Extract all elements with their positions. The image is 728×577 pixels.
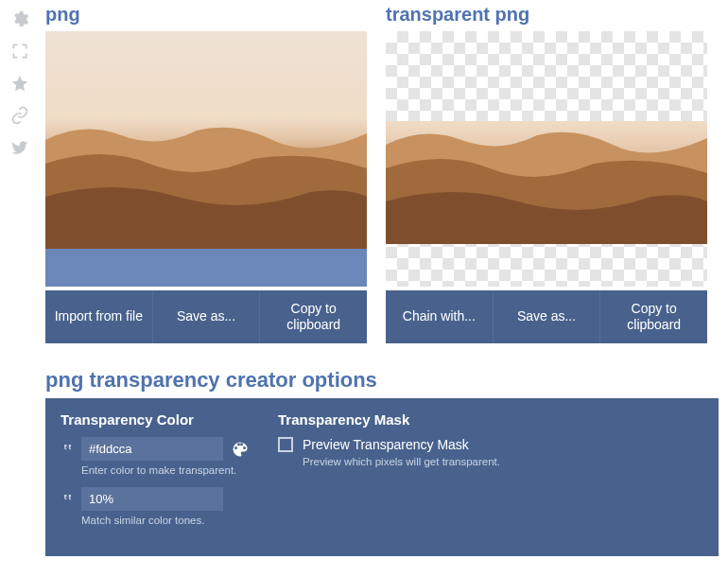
tolerance-field-row bbox=[61, 487, 250, 511]
mask-check-row: Preview Transparency Mask bbox=[278, 437, 500, 452]
main: png Import from file Save as... Copy to … bbox=[40, 0, 728, 577]
save-as-button[interactable]: Save as... bbox=[152, 290, 260, 343]
mask-hint: Preview which pixels will get transparen… bbox=[303, 456, 500, 467]
panel-source-title: png bbox=[45, 4, 367, 26]
panels: png Import from file Save as... Copy to … bbox=[45, 4, 719, 343]
source-buttons: Import from file Save as... Copy to clip… bbox=[45, 290, 367, 343]
chain-with-button[interactable]: Chain with... bbox=[386, 290, 493, 343]
panel-result-title: transparent png bbox=[386, 4, 707, 26]
quote-icon bbox=[61, 441, 74, 458]
result-image bbox=[386, 121, 707, 244]
preview-mask-checkbox[interactable] bbox=[278, 437, 293, 452]
tolerance-hint: Match similar color tones. bbox=[81, 515, 250, 526]
result-buttons: Chain with... Save as... Copy to clipboa… bbox=[386, 290, 707, 343]
import-from-file-button[interactable]: Import from file bbox=[45, 290, 152, 343]
mask-heading: Transparency Mask bbox=[278, 411, 500, 428]
color-field-row bbox=[61, 437, 250, 461]
color-hint: Enter color to make transparent. bbox=[81, 464, 250, 476]
star-icon[interactable] bbox=[10, 74, 29, 93]
panel-source: png Import from file Save as... Copy to … bbox=[45, 4, 367, 343]
fullscreen-icon[interactable] bbox=[10, 42, 29, 61]
color-input[interactable] bbox=[81, 437, 223, 461]
save-as-button[interactable]: Save as... bbox=[493, 290, 600, 343]
color-heading: Transparency Color bbox=[61, 411, 250, 428]
palette-icon[interactable] bbox=[231, 440, 250, 459]
source-preview[interactable] bbox=[45, 31, 367, 287]
tolerance-input[interactable] bbox=[81, 487, 223, 511]
copy-to-clipboard-button[interactable]: Copy to clipboard bbox=[259, 290, 367, 343]
options-title: png transparency creator options bbox=[45, 368, 719, 393]
sidebar bbox=[0, 0, 40, 577]
link-icon[interactable] bbox=[10, 106, 29, 125]
panel-result: transparent png Chain with... Save as...… bbox=[386, 4, 707, 343]
preview-mask-label: Preview Transparency Mask bbox=[303, 437, 469, 452]
quote-icon bbox=[61, 491, 74, 508]
gear-icon[interactable] bbox=[10, 9, 29, 28]
twitter-icon[interactable] bbox=[10, 138, 29, 157]
option-color-column: Transparency Color Enter color to make t… bbox=[61, 411, 250, 537]
result-preview[interactable] bbox=[386, 31, 707, 287]
options-box: Transparency Color Enter color to make t… bbox=[45, 398, 719, 556]
copy-to-clipboard-button[interactable]: Copy to clipboard bbox=[599, 290, 707, 343]
source-image bbox=[45, 31, 367, 249]
option-mask-column: Transparency Mask Preview Transparency M… bbox=[278, 411, 500, 537]
